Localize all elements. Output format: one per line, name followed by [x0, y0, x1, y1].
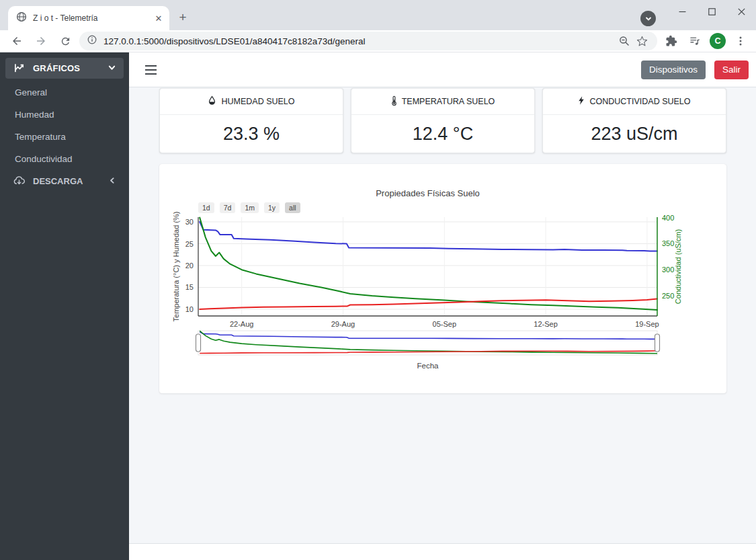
card-title: TEMPERATURA SUELO: [402, 97, 495, 106]
svg-text:22-Aug: 22-Aug: [230, 320, 253, 328]
sidebar-item-label: Conductividad: [15, 154, 73, 164]
sidebar-item-general[interactable]: General: [0, 81, 129, 104]
droplet-icon: [208, 95, 216, 108]
card-title: CONDUCTIVIDAD SUELO: [589, 97, 690, 106]
sidebar-item-label: General: [15, 87, 47, 97]
svg-text:10: 10: [185, 305, 194, 313]
toolbar-right: C: [663, 32, 749, 50]
tab-close-icon[interactable]: ✕: [153, 13, 164, 24]
cloud-download-icon: [13, 175, 25, 188]
page-footer: [129, 543, 756, 560]
bookmark-star-icon[interactable]: [633, 32, 650, 50]
chevron-down-icon: [108, 63, 116, 73]
close-window-button[interactable]: [726, 0, 756, 23]
menu-kebab-icon[interactable]: [732, 32, 749, 50]
app-navbar: Dispositivos Salir: [129, 52, 756, 87]
series-temperatura-c-: [200, 298, 657, 309]
chart-line-icon: [13, 62, 25, 75]
svg-text:12-Sep: 12-Sep: [534, 320, 557, 328]
site-info-icon[interactable]: [87, 35, 97, 47]
browser-toolbar: 127.0.0.1:5000/dispositivos/LDSE01/a8404…: [0, 30, 756, 52]
sidebar-item-humedad[interactable]: Humedad: [0, 104, 129, 126]
main-content: HUMEDAD SUELO 23.3 % TEMPERATURA SUELO 1…: [129, 87, 756, 543]
metric-cards-row: HUMEDAD SUELO 23.3 % TEMPERATURA SUELO 1…: [159, 88, 726, 153]
salir-button[interactable]: Salir: [714, 61, 749, 79]
svg-text:19-Sep: 19-Sep: [635, 320, 659, 328]
reload-icon[interactable]: [56, 32, 74, 50]
svg-text:Temperatura (°C) y Humedad (%): Temperatura (°C) y Humedad (%): [172, 212, 180, 322]
dispositivos-button[interactable]: Dispositivos: [641, 61, 706, 79]
svg-text:250: 250: [662, 292, 674, 300]
svg-text:400: 400: [662, 214, 674, 222]
zoom-out-icon[interactable]: [616, 32, 633, 50]
sidebar: GRÁFICOS General Humedad Temperatura Con…: [0, 52, 129, 560]
svg-text:29-Aug: 29-Aug: [331, 320, 355, 328]
back-icon[interactable]: [8, 32, 26, 50]
rangeslider-handle-left[interactable]: [196, 334, 201, 352]
svg-text:25: 25: [185, 240, 194, 248]
sidebar-item-descarga[interactable]: DESCARGA: [5, 170, 124, 192]
card-temperatura-suelo: TEMPERATURA SUELO 12.4 °C: [351, 88, 535, 153]
maximize-button[interactable]: [697, 0, 726, 23]
address-bar[interactable]: 127.0.0.1:5000/dispositivos/LDSE01/a8404…: [79, 32, 657, 50]
card-value: 223 uS/cm: [543, 115, 726, 153]
card-title: HUMEDAD SUELO: [221, 97, 294, 106]
svg-text:20: 20: [185, 262, 194, 270]
browser-window: Z i o t - Telemetría ✕ +: [0, 0, 756, 560]
card-value: 23.3 %: [160, 115, 343, 153]
svg-text:15: 15: [185, 283, 194, 291]
svg-text:300: 300: [662, 266, 674, 274]
series-humedad-: [200, 222, 657, 251]
rangeslider-handle-right[interactable]: [655, 334, 660, 352]
globe-favicon-icon: [16, 11, 27, 25]
card-value: 12.4 °C: [351, 115, 534, 153]
hamburger-menu-icon[interactable]: [145, 65, 157, 75]
window-controls: [667, 0, 756, 23]
tab-strip: Z i o t - Telemetría ✕ +: [0, 0, 756, 30]
sidebar-item-graficos[interactable]: GRÁFICOS: [5, 58, 124, 79]
sidebar-item-label: GRÁFICOS: [33, 63, 80, 73]
media-controls-icon[interactable]: [686, 32, 704, 50]
new-tab-button[interactable]: +: [175, 10, 191, 26]
svg-text:350: 350: [662, 239, 674, 247]
browser-tab[interactable]: Z i o t - Telemetría ✕: [8, 6, 169, 30]
minimize-button[interactable]: [667, 0, 697, 23]
chevron-left-icon: [109, 176, 116, 186]
sidebar-item-conductividad[interactable]: Conductividad: [0, 148, 129, 170]
sidebar-item-label: DESCARGA: [33, 176, 83, 186]
card-conductividad-suelo: CONDUCTIVIDAD SUELO 223 uS/cm: [542, 88, 726, 153]
line-chart: 101520253025030035040022-Aug29-Aug05-Sep…: [159, 164, 726, 393]
chevron-down-circle-icon[interactable]: [640, 11, 656, 26]
thermometer-icon: [391, 95, 397, 108]
sidebar-item-label: Humedad: [15, 110, 54, 120]
sidebar-item-temperatura[interactable]: Temperatura: [0, 126, 129, 148]
url-text[interactable]: 127.0.0.1:5000/dispositivos/LDSE01/a8404…: [103, 36, 616, 46]
sidebar-item-label: Temperatura: [15, 132, 66, 142]
extensions-puzzle-icon[interactable]: [663, 32, 680, 50]
tab-title: Z i o t - Telemetría: [33, 13, 153, 23]
profile-avatar[interactable]: C: [710, 33, 726, 49]
svg-text:Fecha: Fecha: [417, 362, 439, 370]
card-humedad-suelo: HUMEDAD SUELO 23.3 %: [159, 88, 343, 153]
bolt-icon: [578, 95, 585, 108]
svg-text:05-Sep: 05-Sep: [433, 320, 456, 328]
forward-icon[interactable]: [32, 32, 50, 50]
svg-text:Conductividad (uS/cm): Conductividad (uS/cm): [674, 229, 682, 304]
series-conductividad-us-cm-: [200, 218, 657, 310]
svg-text:30: 30: [185, 218, 194, 226]
chart-panel: Propiedades Físicas Suelo 1d 7d 1m 1y al…: [159, 164, 726, 393]
